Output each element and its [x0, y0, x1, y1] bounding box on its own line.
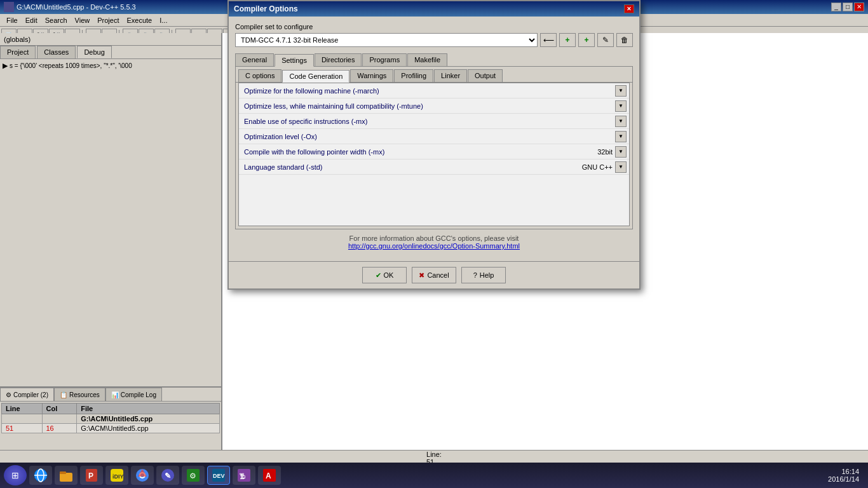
taskbar-winrar[interactable]: 🗜 [233, 466, 255, 485]
settings-dropdown-4[interactable]: ▼ [615, 146, 627, 158]
taskbar-explorer[interactable] [55, 466, 78, 485]
menu-execute[interactable]: Execute [123, 15, 156, 25]
cancel-button[interactable]: ✖ Cancel [412, 267, 456, 283]
outer-tab-settings[interactable]: Settings [275, 54, 314, 67]
tab-debug[interactable]: Debug [77, 46, 111, 58]
compiler-rename-btn[interactable]: ✎ [597, 33, 614, 47]
col-line: Line [2, 403, 43, 414]
taskbar-chrome[interactable] [131, 466, 154, 485]
outer-tab-makefile[interactable]: Makefile [407, 53, 447, 66]
inner-tab-coptions[interactable]: C options [238, 69, 281, 82]
settings-dropdown-2[interactable]: ▼ [615, 116, 627, 127]
settings-row-3[interactable]: Optimization level (-Ox) ▼ [239, 129, 629, 144]
svg-text:DEV: DEV [213, 473, 225, 479]
tab-classes[interactable]: Classes [37, 46, 76, 58]
info-footer: For more information about GCC's options… [235, 229, 633, 255]
dialog-title-controls: ✕ [624, 4, 634, 13]
settings-dropdown-1[interactable]: ▼ [615, 100, 627, 112]
menu-search[interactable]: Search [41, 15, 71, 25]
menu-project[interactable]: Project [93, 15, 123, 25]
svg-rect-3 [60, 473, 72, 482]
compiler-delete-btn[interactable]: 🗑 [616, 33, 633, 47]
compilelog-icon: 📊 [111, 391, 119, 398]
settings-row-1[interactable]: Optimize less, while maintaining full co… [239, 98, 629, 114]
ok-button[interactable]: ✔ OK [362, 267, 407, 283]
debug-tree: ▶ s = {'\000' <repeats 1009 times>, "*.*… [0, 59, 221, 72]
svg-text:✎: ✎ [165, 471, 171, 480]
svg-rect-4 [60, 471, 66, 474]
agena-icon: ✎ [160, 468, 175, 483]
settings-row-4[interactable]: Compile with the following pointer width… [239, 144, 629, 159]
settings-dropdown-5[interactable]: ▼ [615, 161, 627, 173]
settings-label-2: Enable use of specific instructions (-mx… [241, 116, 615, 126]
ide-minimize-btn[interactable]: _ [831, 3, 841, 11]
compiler-add2-btn[interactable]: + [578, 33, 595, 47]
svg-text:iDIY: iDIY [112, 473, 124, 480]
settings-panel: C options Code Generation Warnings Profi… [235, 66, 633, 229]
inner-tab-linker[interactable]: Linker [434, 69, 467, 82]
outer-tab-programs[interactable]: Programs [362, 53, 407, 66]
inner-tab-output[interactable]: Output [468, 69, 503, 82]
settings-value-5: GNU C++ [577, 162, 615, 172]
cancel-x-icon: ✖ [419, 271, 424, 280]
settings-row-5[interactable]: Language standard (-std) GNU C++ ▼ [239, 159, 629, 175]
compiler-options-dialog: Compiler Options ✕ Compiler set to confi… [227, 0, 641, 290]
settings-label-3: Optimization level (-Ox) [241, 132, 615, 142]
svg-text:P: P [88, 471, 93, 480]
compiler-select[interactable]: TDM-GCC 4.7.1 32-bit Release [235, 33, 538, 47]
settings-row-0[interactable]: Optimize for the following machine (-mar… [239, 83, 629, 98]
row0-col [42, 414, 77, 424]
inner-tab-codegeneration[interactable]: Code Generation [282, 70, 349, 83]
outer-tab-general[interactable]: General [235, 53, 274, 66]
compiler-copy-btn[interactable]: ⟵ [540, 33, 557, 47]
help-button[interactable]: ? Help [461, 267, 506, 283]
settings-label-1: Optimize less, while maintaining full co… [241, 101, 615, 111]
tab-compiler[interactable]: ⚙ Compiler (2) [0, 388, 54, 401]
svg-text:🗜: 🗜 [240, 473, 246, 480]
taskbar: ⊞ P iDIY [0, 463, 868, 488]
cancel-label: Cancel [427, 271, 449, 279]
taskbar-green[interactable]: ⚙ [182, 466, 205, 485]
inner-tab-warnings[interactable]: Warnings [350, 69, 393, 82]
menu-view[interactable]: View [71, 15, 94, 25]
menu-file[interactable]: File [3, 15, 22, 25]
tab-compilelog[interactable]: 📊 Compile Log [105, 388, 162, 401]
compiler-add-btn[interactable]: + [559, 33, 576, 47]
settings-row-2[interactable]: Enable use of specific instructions (-mx… [239, 114, 629, 129]
ide-maximize-btn[interactable]: □ [843, 3, 853, 11]
tab-resources[interactable]: 📋 Resources [54, 388, 105, 401]
tab-project[interactable]: Project [0, 46, 36, 58]
left-panel-tabs: Project Classes Debug [0, 46, 221, 59]
row1-line: 51 [2, 424, 43, 433]
ok-checkmark-icon: ✔ [376, 271, 381, 280]
taskbar-idiy[interactable]: iDIY [105, 466, 128, 485]
info-link[interactable]: http://gcc.gnu.org/onlinedocs/gcc/Option… [240, 242, 628, 250]
outer-tab-directories[interactable]: Directories [315, 53, 362, 66]
settings-dropdown-3[interactable]: ▼ [615, 131, 627, 142]
compiler-tabs: ⚙ Compiler (2) 📋 Resources 📊 Compile Log [0, 388, 221, 402]
dialog-close-btn[interactable]: ✕ [624, 4, 634, 13]
chrome-icon [135, 468, 150, 483]
inner-tab-profiling[interactable]: Profiling [394, 69, 433, 82]
start-button[interactable]: ⊞ [4, 465, 27, 485]
taskbar-devcpp[interactable]: DEV [207, 466, 230, 485]
table-row: G:\ACM\Untitled5.cpp [2, 414, 220, 424]
settings-dropdown-0[interactable]: ▼ [615, 85, 627, 97]
menu-more[interactable]: I... [156, 15, 171, 25]
col-file: File [77, 403, 220, 414]
compiler-set-label: Compiler set to configure [235, 23, 633, 30]
row1-col: 16 [42, 424, 77, 433]
taskbar-agena[interactable]: ✎ [156, 466, 179, 485]
ide-close-btn[interactable]: ✕ [854, 3, 864, 11]
left-panel-title: (globals) [0, 33, 221, 46]
menu-edit[interactable]: Edit [22, 15, 41, 25]
svg-text:A: A [266, 471, 271, 480]
idiy-icon: iDIY [109, 468, 125, 483]
row0-line [2, 414, 43, 424]
taskbar-acrobat[interactable]: A [258, 466, 281, 485]
taskbar-powerpoint[interactable]: P [80, 466, 103, 485]
table-row: 51 16 G:\ACM\Untitled5.cpp [2, 424, 220, 433]
taskbar-ie[interactable] [29, 466, 52, 485]
status-bar: Line: 51 Col: 25 Sel: 0 [0, 450, 868, 463]
settings-content: Optimize for the following machine (-mar… [238, 83, 630, 226]
